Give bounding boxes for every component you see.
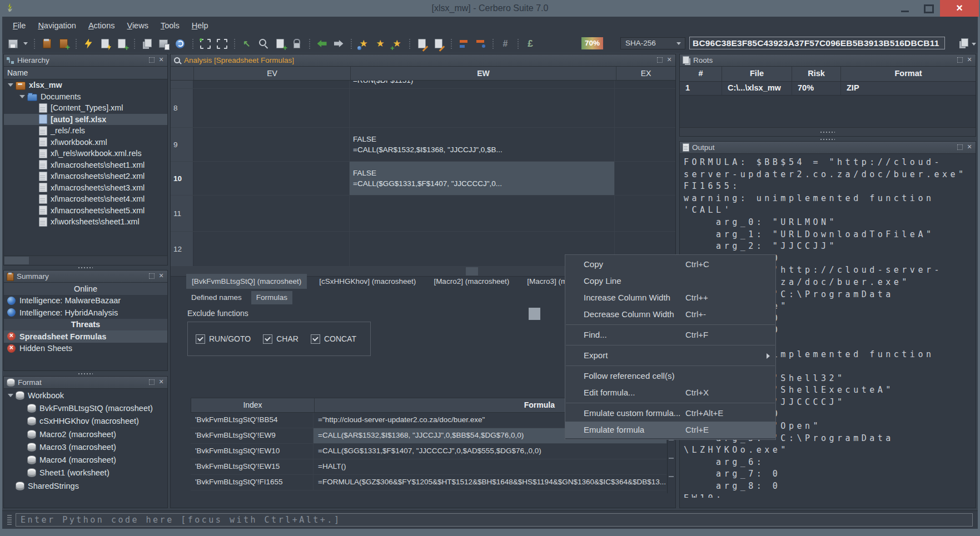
summary-item[interactable]: Online xyxy=(4,283,167,295)
tree-item[interactable]: [auto] self.xlsx xyxy=(4,114,167,126)
float-panel-icon[interactable] xyxy=(656,57,663,63)
layout-b-icon[interactable] xyxy=(473,37,487,51)
tree-item[interactable]: BvkFvmBLtsgStQ (macrosheet) xyxy=(4,402,167,414)
tree-item[interactable]: Documents xyxy=(4,91,167,103)
tree-item[interactable]: xl\macrosheets\sheet4.xml xyxy=(4,193,167,205)
drag-grip-icon[interactable] xyxy=(7,515,12,525)
tree-item[interactable]: SharedStrings xyxy=(4,479,167,492)
cell[interactable] xyxy=(615,89,675,127)
column-header-ew[interactable]: EW xyxy=(351,67,616,80)
context-menu-item[interactable] xyxy=(566,365,775,366)
exclude-function-checkbox[interactable]: CHAR xyxy=(263,334,299,344)
scan-bolt-icon[interactable] xyxy=(81,37,96,51)
tree-item[interactable]: [Content_Types].xml xyxy=(4,102,167,114)
close-panel-icon[interactable] xyxy=(158,379,165,385)
col-file[interactable]: File xyxy=(722,67,792,81)
tree-item[interactable]: _rels/.rels xyxy=(4,125,167,137)
tree-item[interactable]: xl\macrosheets\sheet2.xml xyxy=(4,171,167,182)
save-icon[interactable] xyxy=(6,37,20,51)
context-menu-item[interactable]: Emulate formula Ctrl+E xyxy=(565,422,775,438)
summary-item[interactable]: Threats xyxy=(4,319,167,331)
select-plain-icon[interactable] xyxy=(215,37,229,51)
grid-row-selected[interactable]: 10 FALSE =CALL($GG$1331,$F$1407, "JJCCCC… xyxy=(171,162,675,196)
close-panel-icon[interactable] xyxy=(158,273,165,279)
float-panel-icon[interactable] xyxy=(957,57,963,63)
python-code-input[interactable] xyxy=(16,513,973,527)
unlock-icon[interactable] xyxy=(290,37,304,51)
context-menu-item[interactable]: Edit formula... Ctrl+X xyxy=(565,384,775,401)
cell[interactable] xyxy=(193,128,350,161)
tree-column-header[interactable]: Name xyxy=(4,67,167,79)
cell[interactable] xyxy=(615,128,675,161)
hash-algorithm-select[interactable]: SHA-256 xyxy=(620,37,685,49)
page-add-icon[interactable] xyxy=(273,37,287,51)
output-panel-titlebar[interactable]: Output xyxy=(680,142,976,154)
cell[interactable] xyxy=(193,81,350,88)
cell[interactable] xyxy=(350,196,615,231)
grid-row[interactable]: 8 xyxy=(171,89,675,128)
tree-item[interactable]: Macro3 (macrosheet) xyxy=(4,440,167,453)
grid-row[interactable]: 11 xyxy=(171,196,675,232)
disasm-icon[interactable] xyxy=(498,37,513,51)
context-menu-item[interactable]: Decrease Column Width Ctrl+- xyxy=(565,306,775,323)
analysis-panel-titlebar[interactable]: Analysis [Spreadsheet Formulas] xyxy=(171,54,675,67)
annotate-icon[interactable] xyxy=(431,37,446,51)
menu-item[interactable]: Views xyxy=(121,17,154,34)
context-menu-item[interactable]: Follow referenced cell(s) xyxy=(565,368,775,384)
paste-icon[interactable] xyxy=(39,37,54,51)
tree-item[interactable]: Macro4 (macrosheet) xyxy=(4,453,167,466)
hash-value-field[interactable]: BC96C38E3F85C43923A37F57C096EB5B3913B516… xyxy=(689,37,945,49)
bookmark-add-icon[interactable] xyxy=(390,37,404,51)
search-add-icon[interactable] xyxy=(256,37,271,51)
expand-arrow-icon[interactable] xyxy=(8,394,13,397)
close-panel-icon[interactable] xyxy=(666,57,673,63)
roots-hscrollbar[interactable] xyxy=(680,127,976,136)
menu-item[interactable]: Tools xyxy=(155,17,186,34)
bookmark-icon[interactable] xyxy=(373,37,387,51)
menu-item[interactable]: Actions xyxy=(82,17,121,34)
save-as-icon[interactable] xyxy=(156,37,171,51)
tab-scroll-button[interactable] xyxy=(529,308,540,320)
cell[interactable] xyxy=(193,162,350,195)
cell[interactable] xyxy=(615,196,675,231)
titlebar[interactable]: [xlsx_mw] - Cerbero Suite 7.0 xyxy=(0,0,980,17)
float-panel-icon[interactable] xyxy=(148,379,155,385)
tree-item[interactable]: Macro2 (macrosheet) xyxy=(4,428,167,440)
copy-hash-icon[interactable] xyxy=(956,36,971,51)
paste-add-icon[interactable] xyxy=(56,37,71,51)
copy-hash-dropdown-icon[interactable] xyxy=(971,37,977,51)
close-panel-icon[interactable] xyxy=(967,144,973,151)
grid-row[interactable]: 9 FALSE =CALL($AR$1532,$I$1368, "JJCCJJ"… xyxy=(171,128,675,162)
bookmark-web-icon[interactable] xyxy=(356,37,371,51)
roots-panel-titlebar[interactable]: Roots xyxy=(680,54,976,67)
exclude-function-checkbox[interactable]: RUN/GOTO xyxy=(196,334,251,344)
tree-item[interactable]: xl\worksheets\sheet1.xml xyxy=(4,216,167,228)
cell[interactable] xyxy=(615,81,675,88)
cell[interactable]: FALSE =CALL($AR$1532,$I$1368, "JJCCJJ",0… xyxy=(350,128,615,161)
hierarchy-hscrollbar[interactable] xyxy=(4,256,167,265)
maximize-button[interactable] xyxy=(919,0,938,17)
col-number[interactable]: # xyxy=(680,67,722,81)
tree-item[interactable]: Sheet1 (worksheet) xyxy=(4,467,167,479)
close-panel-icon[interactable] xyxy=(967,57,973,63)
minimize-button[interactable] xyxy=(896,0,914,17)
context-menu-item[interactable]: Find... Ctrl+F xyxy=(565,327,775,343)
tree-item[interactable]: xl\macrosheets\sheet1.xml xyxy=(4,159,167,171)
summary-item[interactable]: Intelligence: MalwareBazaar xyxy=(4,295,167,307)
summary-item[interactable]: Intelligence: HybridAnalysis xyxy=(4,307,167,319)
float-panel-icon[interactable] xyxy=(148,57,155,63)
annotate-web-icon[interactable] xyxy=(415,37,429,51)
panel-splitter[interactable] xyxy=(3,266,168,269)
panel-splitter[interactable] xyxy=(679,137,976,141)
sheet-tab[interactable]: [cSxHHGKhov] (macrosheet) xyxy=(314,274,421,289)
menu-item[interactable]: Navigation xyxy=(32,17,82,34)
sheet-tab[interactable]: [Macro2] (macrosheet) xyxy=(428,274,515,289)
cell[interactable] xyxy=(193,196,350,231)
formula-row[interactable]: 'BvkFvmBLtsgStQ'!EW10 =CALL($GG$1331,$F$… xyxy=(191,444,666,459)
close-panel-icon[interactable] xyxy=(158,57,165,63)
scrollbar-thumb[interactable] xyxy=(4,257,29,264)
goto-parent-icon[interactable] xyxy=(240,37,254,51)
sheet-tab[interactable]: [BvkFvmBLtsgStQ] (macrosheet) xyxy=(186,274,307,289)
tree-item[interactable]: cSxHHGKhov (macrosheet) xyxy=(4,415,167,428)
context-menu-item[interactable]: Export xyxy=(565,347,775,364)
